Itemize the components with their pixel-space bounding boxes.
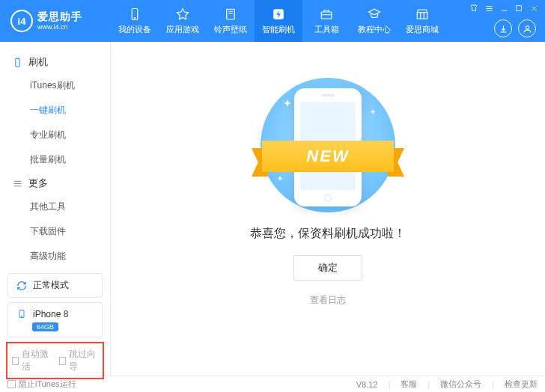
refresh-icon <box>16 280 27 291</box>
sidebar-item-iTunes刷机[interactable]: iTunes刷机 <box>0 73 110 98</box>
mode-label: 正常模式 <box>33 279 69 292</box>
nav-tutorial[interactable]: 教程中心 <box>350 0 398 42</box>
footer-link-support[interactable]: 客服 <box>401 379 417 390</box>
main-content: ✦ ✦ ✦ NEW 恭喜您，保资料刷机成功啦！ 确定 查看日志 <box>111 42 545 376</box>
user-icon[interactable] <box>518 19 536 37</box>
store-icon <box>415 7 430 22</box>
top-nav: 我的设备应用游戏铃声壁纸智能刷机工具箱教程中心爱思商城 <box>111 0 446 42</box>
menu-icon[interactable] <box>484 3 494 13</box>
nav-device[interactable]: 我的设备 <box>111 0 159 42</box>
sidebar-group-刷机[interactable]: 刷机 <box>0 51 110 73</box>
svg-rect-2 <box>227 9 235 19</box>
device-icon <box>127 7 142 22</box>
logo-url: www.i4.cn <box>37 23 82 31</box>
sidebar-item-专业刷机[interactable]: 专业刷机 <box>0 123 110 147</box>
logo-badge: i4 <box>10 10 33 32</box>
apps-icon <box>175 7 190 22</box>
flash-icon <box>12 57 22 67</box>
sidebar: 刷机iTunes刷机一键刷机专业刷机批量刷机更多其他工具下载固件高级功能 正常模… <box>0 42 111 376</box>
download-icon[interactable] <box>494 19 512 37</box>
footer-link-wechat[interactable]: 微信公众号 <box>440 379 481 390</box>
logo-title: 爱思助手 <box>37 10 82 23</box>
storage-badge: 64GB <box>32 322 58 331</box>
tshirt-icon[interactable] <box>469 3 479 13</box>
auto-activate-checkbox[interactable]: 自动激活 <box>12 348 52 373</box>
ringtone-icon <box>223 7 238 22</box>
sidebar-item-下载固件[interactable]: 下载固件 <box>0 219 110 244</box>
more-icon <box>12 178 22 189</box>
svg-point-9 <box>21 316 22 317</box>
success-message: 恭喜您，保资料刷机成功啦！ <box>250 226 406 242</box>
svg-point-1 <box>134 18 136 19</box>
new-ribbon: NEW <box>262 141 394 172</box>
tutorial-icon <box>367 7 382 22</box>
flash-icon <box>271 7 286 22</box>
nav-ringtone[interactable]: 铃声壁纸 <box>207 0 255 42</box>
device-box[interactable]: iPhone 8 64GB <box>7 302 103 337</box>
app-header: i4 爱思助手 www.i4.cn 我的设备应用游戏铃声壁纸智能刷机工具箱教程中… <box>0 0 545 42</box>
success-illustration: ✦ ✦ ✦ NEW <box>261 78 395 212</box>
highlighted-options: 自动激活 跳过向导 <box>6 342 104 379</box>
sidebar-item-一键刷机[interactable]: 一键刷机 <box>0 98 110 123</box>
version-label: V8.12 <box>356 380 378 389</box>
svg-rect-4 <box>321 12 332 19</box>
window-controls <box>469 3 539 13</box>
mode-box[interactable]: 正常模式 <box>7 273 103 298</box>
view-log-link[interactable]: 查看日志 <box>310 294 346 307</box>
nav-apps[interactable]: 应用游戏 <box>159 0 207 42</box>
toolbox-icon <box>319 7 334 22</box>
footer-link-update[interactable]: 检查更新 <box>505 379 538 390</box>
sidebar-item-高级功能[interactable]: 高级功能 <box>0 244 110 269</box>
sidebar-item-批量刷机[interactable]: 批量刷机 <box>0 147 110 172</box>
nav-toolbox[interactable]: 工具箱 <box>302 0 350 42</box>
maximize-button[interactable] <box>514 3 524 13</box>
svg-point-6 <box>526 25 529 28</box>
svg-rect-5 <box>517 6 522 11</box>
nav-store[interactable]: 爱思商城 <box>398 0 446 42</box>
device-name: iPhone 8 <box>33 309 68 319</box>
minimize-button[interactable] <box>499 3 509 13</box>
ok-button[interactable]: 确定 <box>293 255 362 281</box>
sidebar-group-更多[interactable]: 更多 <box>0 172 110 195</box>
phone-icon <box>16 308 27 319</box>
sidebar-item-其他工具[interactable]: 其他工具 <box>0 195 110 219</box>
nav-flash[interactable]: 智能刷机 <box>255 0 302 42</box>
svg-rect-7 <box>15 58 19 67</box>
close-button[interactable] <box>529 3 539 13</box>
logo: i4 爱思助手 www.i4.cn <box>0 10 111 32</box>
skip-guide-checkbox[interactable]: 跳过向导 <box>59 348 99 373</box>
